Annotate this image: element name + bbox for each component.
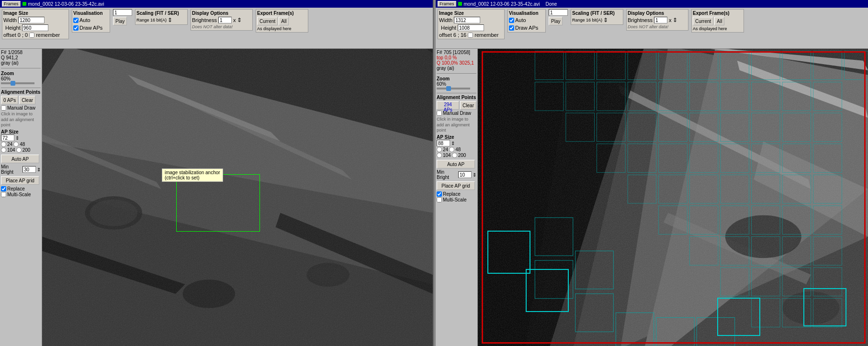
right-min-bright-icon[interactable]: ⇕	[473, 172, 476, 178]
left-tooltip: image stabilization anchor (ctrl+click t…	[162, 168, 223, 182]
right-title-bar: Frames mond_0002 12-03-06 23-35-42c.avi …	[436, 0, 868, 8]
right-frames-button[interactable]: Frames	[438, 1, 456, 7]
left-manual-draw-label: Manual Draw	[7, 105, 35, 111]
right-export-label: Export Frame(s)	[693, 11, 743, 16]
left-frame-input[interactable]	[113, 9, 132, 16]
right-radio-48[interactable]	[449, 147, 454, 152]
left-remember-check[interactable]	[29, 33, 34, 38]
left-auto-check[interactable]	[73, 18, 79, 23]
left-play-button[interactable]: Play	[113, 17, 127, 25]
right-radio-48-label: 48	[455, 147, 461, 152]
left-multi-scale-check[interactable]	[1, 192, 6, 197]
left-auto-label: Auto	[79, 17, 90, 23]
left-range-icon[interactable]: ⇕	[168, 17, 172, 23]
right-play-button[interactable]: Play	[549, 17, 563, 25]
right-image-size-group: Image Size Width Height offset 6 ; 16 re…	[438, 9, 505, 39]
right-large-ap-4	[803, 288, 846, 326]
left-current-button[interactable]: Current	[257, 17, 278, 25]
left-brightness-input[interactable]	[218, 17, 232, 23]
right-clear-button[interactable]: Clear	[460, 101, 476, 110]
right-frame-info: F# 705 [1/2058] top 0,0 % Q 100,0% 3025,…	[437, 50, 476, 71]
left-scaling-label: Scaling (FIT / SER)	[136, 11, 186, 16]
left-does-not-alter: Does NOT alter data!	[192, 24, 251, 29]
left-radio-48[interactable]	[13, 142, 19, 147]
right-ap-size-icon[interactable]: ⇕	[451, 141, 455, 146]
right-draw-aps-check[interactable]	[509, 25, 514, 31]
right-auto-ap-button[interactable]: Auto AP	[437, 160, 475, 168]
left-all-button[interactable]: All	[279, 17, 289, 25]
left-manual-draw-check[interactable]	[1, 105, 6, 111]
right-min-bright-label: Min Bright	[437, 169, 457, 180]
right-quality-label: Q 100,0%	[437, 60, 458, 66]
right-manual-draw-check[interactable]	[437, 111, 442, 116]
left-place-ap-grid-button[interactable]: Place AP grid	[1, 176, 39, 185]
left-clear-button[interactable]: Clear	[19, 96, 35, 104]
right-radio-104[interactable]	[437, 153, 442, 158]
left-min-bright-icon[interactable]: ⇕	[37, 167, 41, 172]
right-zoom-thumb[interactable]	[446, 86, 451, 91]
right-place-ap-grid-button[interactable]: Place AP grid	[437, 181, 475, 190]
left-min-bright-input[interactable]	[23, 166, 36, 173]
right-color: gray (ai)	[437, 66, 476, 71]
right-width-input[interactable]	[454, 17, 480, 23]
right-display-options-group: Display Options Brightness x ⇕ Does NOT …	[626, 9, 688, 31]
left-status-indicator	[23, 2, 26, 6]
left-ap-size-icon[interactable]: ⇕	[15, 135, 19, 141]
right-draw-aps-label: Draw APs	[515, 25, 538, 31]
left-replace-check[interactable]	[1, 186, 6, 191]
left-ap-label: Alignment Points	[1, 89, 41, 95]
right-ap-size-input[interactable]	[437, 140, 450, 146]
right-replace-check[interactable]	[437, 191, 442, 197]
left-draw-aps-check[interactable]	[73, 25, 79, 31]
left-export-group: Export Frame(s) Current All As displayed…	[256, 9, 308, 33]
left-radio-104[interactable]	[1, 147, 6, 153]
left-display-options-group: Display Options Brightness x ⇕ Does NOT …	[191, 9, 253, 31]
right-all-button[interactable]: All	[714, 17, 724, 25]
left-range-label: Range 16 bit(A)	[136, 18, 167, 22]
right-brightness-icon[interactable]: ⇕	[673, 17, 677, 23]
left-ap-size-input[interactable]	[1, 134, 14, 141]
left-zoom-thumb[interactable]	[11, 81, 15, 86]
left-brightness-x: x	[233, 17, 236, 23]
left-selection-rect[interactable]	[176, 174, 260, 232]
right-image-area	[478, 49, 868, 346]
left-zoom-label: Zoom	[1, 71, 41, 76]
right-height-input[interactable]	[458, 24, 484, 31]
right-large-ap-2	[526, 269, 569, 312]
right-ap-size-label: AP Size	[437, 134, 476, 140]
right-min-bright-input[interactable]	[458, 171, 472, 178]
left-radio-24[interactable]	[1, 142, 6, 147]
left-radio-200[interactable]	[16, 147, 22, 153]
left-zoom-slider[interactable]	[1, 82, 34, 84]
right-radio-24[interactable]	[437, 147, 442, 152]
left-width-input[interactable]	[18, 17, 45, 23]
left-display-options-label: Display Options	[192, 11, 251, 16]
right-ap-count-button[interactable]: 294 APs	[437, 101, 459, 110]
left-moon-image[interactable]: image stabilization anchor (ctrl+click t…	[42, 49, 433, 346]
right-remember-check[interactable]	[468, 33, 473, 38]
right-manual-draw-label: Manual Draw	[443, 111, 471, 116]
right-done-label: Done	[546, 1, 557, 7]
right-frame-input[interactable]	[549, 9, 568, 16]
left-ap-count-button[interactable]: 0 APs	[1, 96, 18, 104]
right-range-icon[interactable]: ⇕	[603, 17, 608, 23]
right-current-button[interactable]: Current	[693, 17, 713, 25]
left-frames-button[interactable]: Frames	[2, 1, 21, 7]
right-top-label: top 0,0 %	[437, 55, 476, 60]
left-brightness-icon[interactable]: ⇕	[237, 17, 242, 23]
right-title-text: mond_0002 12-03-06 23-35-42c.avi	[464, 1, 540, 7]
right-multi-scale-check[interactable]	[437, 197, 442, 202]
left-auto-ap-button[interactable]: Auto AP	[1, 155, 39, 163]
left-height-label: Height	[5, 25, 21, 31]
right-range-label: Range 16 bit(A)	[572, 18, 602, 22]
right-scaling-group: Scaling (FIT / SER) Range 16 bit(A) ⇕	[571, 9, 623, 25]
left-image-size-group: Image Size Width Height offset 0 ; 0 rem…	[2, 9, 69, 39]
left-height-input[interactable]	[22, 24, 48, 31]
right-brightness-input[interactable]	[654, 17, 667, 23]
right-auto-check[interactable]	[509, 18, 514, 23]
right-zoom-slider[interactable]	[437, 88, 470, 89]
right-moon-image[interactable]	[478, 49, 868, 346]
left-draw-aps-label: Draw APs	[79, 25, 102, 31]
right-click-label: Click in image to add an alignment point	[437, 117, 476, 134]
right-radio-200[interactable]	[452, 153, 457, 158]
